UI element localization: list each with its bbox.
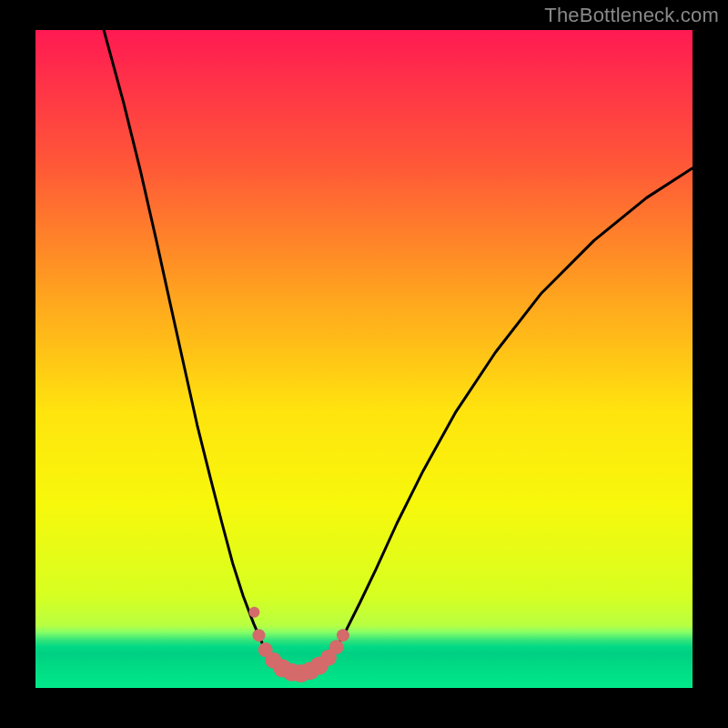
plot-area [35,30,693,688]
overlay-dot [252,629,265,642]
bottleneck-chart-svg [35,30,693,688]
overlay-dot [337,629,349,642]
watermark-text: TheBottleneck.com [544,4,719,27]
chart-frame: TheBottleneck.com [0,0,728,728]
gradient-background [35,30,693,688]
overlay-dot [329,640,344,654]
overlay-dot [248,607,259,618]
